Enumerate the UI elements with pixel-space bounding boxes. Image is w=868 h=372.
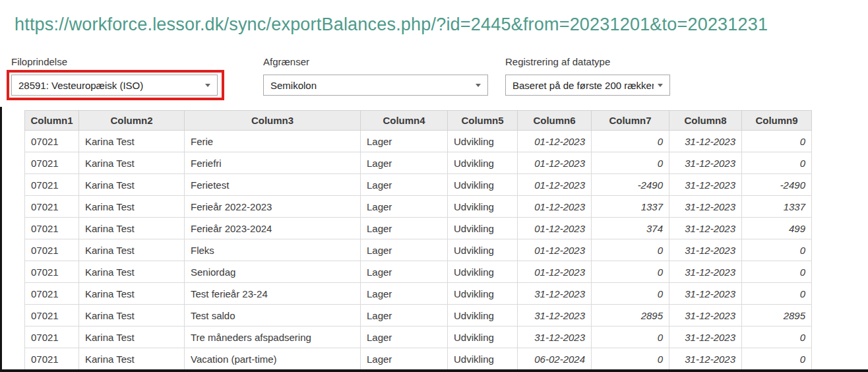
table-cell: 07021 bbox=[25, 174, 79, 196]
chevron-down-icon bbox=[476, 84, 481, 87]
column-header: Column7 bbox=[592, 111, 669, 131]
table-cell: Tre måneders afspadsering bbox=[185, 326, 361, 348]
table-cell: Karina Test bbox=[79, 326, 185, 348]
table-cell: Feriefri bbox=[185, 152, 361, 174]
table-cell: 01-12-2023 bbox=[518, 239, 592, 261]
table-cell: Karina Test bbox=[79, 196, 185, 218]
table-cell: 0 bbox=[592, 152, 669, 174]
table-cell: 07021 bbox=[25, 348, 79, 370]
table-cell: 01-12-2023 bbox=[518, 196, 592, 218]
table-row: 07021Karina TestTest saldoLagerUdvikling… bbox=[25, 305, 812, 326]
column-header: Column1 bbox=[25, 111, 79, 131]
table-cell: 31-12-2023 bbox=[669, 196, 742, 218]
window-edge-left bbox=[0, 107, 2, 372]
table-cell: Udvikling bbox=[448, 348, 518, 370]
table-cell: 01-12-2023 bbox=[518, 152, 592, 174]
table-cell: Karina Test bbox=[79, 174, 185, 196]
table-cell: 01-12-2023 bbox=[518, 131, 592, 152]
csv-import-preview-dialog: https://workforce.lessor.dk/sync/exportB… bbox=[0, 0, 868, 372]
table-cell: Karina Test bbox=[79, 261, 185, 283]
window-edge-bottom bbox=[0, 369, 868, 372]
table-cell: Ferieår 2023-2024 bbox=[185, 218, 361, 239]
table-cell: Lager bbox=[361, 305, 448, 326]
table-cell: 07021 bbox=[25, 261, 79, 283]
table-cell: 07021 bbox=[25, 283, 79, 305]
table-cell: 07021 bbox=[25, 305, 79, 326]
table-cell: Udvikling bbox=[448, 305, 518, 326]
table-row: 07021Karina TestFerieLagerUdvikling01-12… bbox=[25, 131, 812, 152]
table-row: 07021Karina TestTre måneders afspadserin… bbox=[25, 326, 812, 348]
table-cell: 0 bbox=[592, 261, 669, 283]
table-cell: Ferietest bbox=[185, 174, 361, 196]
table-cell: Vacation (part-time) bbox=[185, 348, 361, 370]
column-header: Column6 bbox=[518, 111, 592, 131]
table-cell: Fleks bbox=[185, 239, 361, 261]
table-cell: 06-02-2024 bbox=[518, 348, 592, 370]
preview-table: Column1Column2Column3Column4Column5Colum… bbox=[24, 110, 812, 370]
table-cell: 1337 bbox=[742, 196, 812, 218]
table-cell: 07021 bbox=[25, 218, 79, 239]
table-cell: Udvikling bbox=[448, 283, 518, 305]
table-cell: Karina Test bbox=[79, 283, 185, 305]
column-header: Column3 bbox=[185, 111, 361, 131]
table-cell: 0 bbox=[742, 239, 812, 261]
table-row: 07021Karina TestFerieår 2023-2024LagerUd… bbox=[25, 218, 812, 239]
column-header: Column8 bbox=[669, 111, 742, 131]
table-row: 07021Karina TestFleksLagerUdvikling01-12… bbox=[25, 239, 812, 261]
table-cell: Test ferieår 23-24 bbox=[185, 283, 361, 305]
table-cell: 07021 bbox=[25, 152, 79, 174]
table-row: 07021Karina TestFeriefriLagerUdvikling01… bbox=[25, 152, 812, 174]
table-row: 07021Karina TestVacation (part-time)Lage… bbox=[25, 348, 812, 370]
table-row: 07021Karina TestTest ferieår 23-24LagerU… bbox=[25, 283, 812, 305]
datatype-detection-value: Baseret på de første 200 rækker bbox=[512, 80, 654, 91]
table-cell: Lager bbox=[361, 218, 448, 239]
table-row: 07021Karina TestFerieår 2022-2023LagerUd… bbox=[25, 196, 812, 218]
table-cell: 01-12-2023 bbox=[518, 218, 592, 239]
table-cell: 0 bbox=[742, 283, 812, 305]
table-cell: 31-12-2023 bbox=[669, 261, 742, 283]
table-cell: 0 bbox=[592, 348, 669, 370]
table-cell: Lager bbox=[361, 348, 448, 370]
table-cell: 2895 bbox=[742, 305, 812, 326]
table-cell: 01-12-2023 bbox=[518, 261, 592, 283]
table-cell: Karina Test bbox=[79, 305, 185, 326]
table-cell: 31-12-2023 bbox=[518, 326, 592, 348]
table-cell: 0 bbox=[742, 131, 812, 152]
column-header: Column9 bbox=[742, 111, 812, 131]
table-cell: Lager bbox=[361, 261, 448, 283]
column-header: Column4 bbox=[361, 111, 448, 131]
table-cell: Ferie bbox=[185, 131, 361, 152]
table-cell: 31-12-2023 bbox=[669, 326, 742, 348]
table-cell: Karina Test bbox=[79, 152, 185, 174]
table-cell: 1337 bbox=[592, 196, 669, 218]
table-row: 07021Karina TestFerietestLagerUdvikling0… bbox=[25, 174, 812, 196]
table-cell: 0 bbox=[742, 152, 812, 174]
table-cell: 07021 bbox=[25, 196, 79, 218]
table-cell: Karina Test bbox=[79, 131, 185, 152]
table-cell: Lager bbox=[361, 174, 448, 196]
delimiter-select[interactable]: Semikolon bbox=[263, 75, 488, 96]
chevron-down-icon bbox=[658, 84, 663, 87]
table-cell: 31-12-2023 bbox=[669, 305, 742, 326]
table-cell: Lager bbox=[361, 152, 448, 174]
table-cell: 31-12-2023 bbox=[669, 131, 742, 152]
table-cell: 374 bbox=[592, 218, 669, 239]
table-cell: Lager bbox=[361, 196, 448, 218]
table-cell: 31-12-2023 bbox=[669, 283, 742, 305]
table-cell: Karina Test bbox=[79, 348, 185, 370]
table-cell: 31-12-2023 bbox=[669, 239, 742, 261]
datatype-detection-select[interactable]: Baseret på de første 200 rækker bbox=[505, 75, 670, 96]
column-header: Column2 bbox=[79, 111, 185, 131]
table-cell: 0 bbox=[742, 326, 812, 348]
column-header: Column5 bbox=[448, 111, 518, 131]
page-title: https://workforce.lessor.dk/sync/exportB… bbox=[15, 15, 768, 35]
table-cell: Lager bbox=[361, 283, 448, 305]
file-origin-select[interactable]: 28591: Vesteuropæisk (ISO) bbox=[11, 75, 218, 96]
table-cell: 31-12-2023 bbox=[518, 305, 592, 326]
table-cell: 499 bbox=[742, 218, 812, 239]
table-cell: Ferieår 2022-2023 bbox=[185, 196, 361, 218]
table-cell: Test saldo bbox=[185, 305, 361, 326]
delimiter-value: Semikolon bbox=[270, 80, 472, 91]
table-cell: 31-12-2023 bbox=[669, 174, 742, 196]
table-cell: -2490 bbox=[742, 174, 812, 196]
